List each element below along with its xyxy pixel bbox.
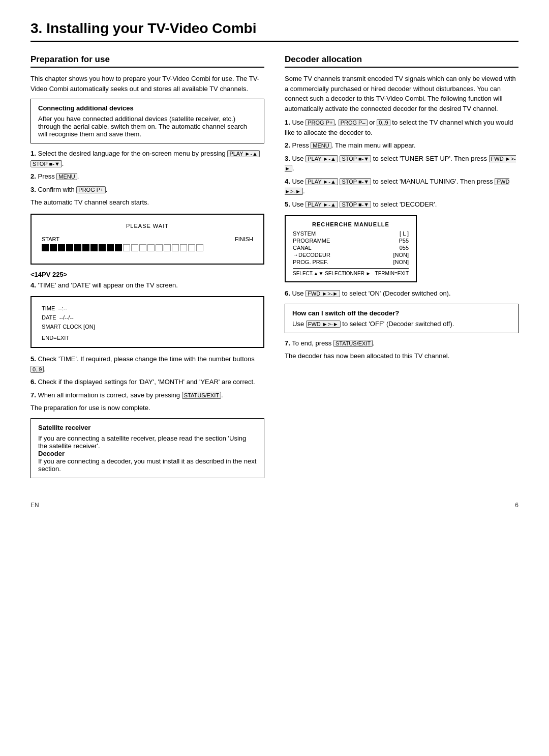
stop-key-r5: STOP ■-▼ — [340, 201, 371, 208]
bar-block-7 — [90, 244, 98, 251]
decoder-screen-title: RECHERCHE MANUELLE — [293, 221, 409, 227]
final-text: The decoder has now been allocated to th… — [285, 351, 518, 361]
step-5: 5. Check 'TIME'. If required, please cha… — [30, 354, 264, 374]
right-step-3: 3. Use PLAY ►-▲ STOP ■-▼ to select 'TUNE… — [285, 154, 518, 173]
screen-row-canal: CANAL 055 — [293, 245, 409, 251]
step-4-text: 'TIME' and 'DATE' will appear on the TV … — [38, 281, 177, 289]
num-key-09-r: 0..9 — [377, 119, 390, 126]
right-section-title: Decoder allocation — [285, 54, 518, 68]
decodeur-value: [NON] — [393, 252, 409, 258]
satellite-box-text: If you are connecting a satellite receiv… — [38, 434, 246, 450]
date-label: DATE — [42, 314, 56, 321]
step-7-text: When all information is correct, save by… — [38, 391, 223, 399]
right-intro: Some TV channels transmit encoded TV sig… — [285, 74, 518, 113]
decoder-label: Decoder — [38, 450, 65, 457]
right-step-1-text: Use PROG P+, PROG P– or 0..9 to select t… — [285, 119, 513, 136]
step-5-num: 5. — [30, 355, 36, 363]
bar-block-10 — [115, 244, 122, 251]
bar-block-14 — [147, 244, 155, 251]
bar-block-8 — [99, 244, 106, 251]
connecting-box-text: After you have connected additional devi… — [38, 115, 247, 138]
time-line: TIME --:-- — [42, 305, 253, 311]
bar-block-19 — [188, 244, 195, 251]
page-title: 3. Installing your TV-Video Combi — [30, 20, 518, 42]
step-3: 3. Confirm with PROG P+. — [30, 185, 264, 195]
footer-lang: EN — [30, 502, 39, 509]
programme-label: PROGRAMME — [293, 238, 330, 244]
bar-block-9 — [107, 244, 114, 251]
screen-row-decodeur: →DECODEUR [NON] — [293, 252, 409, 258]
number-key-09: 0..9 — [30, 366, 44, 373]
bar-block-1 — [42, 244, 49, 251]
smart-clock-line: SMART CLOCK [ON] — [42, 324, 253, 330]
complete-text: The preparation for use is now complete. — [30, 403, 264, 413]
screen-footer-right: TERMIN=EXIT — [375, 271, 409, 276]
please-wait-text: PLEASE WAIT — [42, 223, 253, 229]
bar-block-13 — [139, 244, 146, 251]
how-switch-off-box: How can I switch off the decoder? Use FW… — [285, 304, 518, 333]
play-key-r3: PLAY ►-▲ — [306, 155, 338, 162]
finish-label: FINISH — [235, 236, 253, 242]
connecting-box: Connecting additional devices After you … — [30, 99, 264, 143]
right-step-7-text: To end, press STATUS/EXIT. — [292, 339, 375, 347]
screen-row-prog-pref: PROG. PREF. [NON] — [293, 259, 409, 265]
system-value: [ L ] — [400, 230, 409, 237]
step-2: 2. Press MENU. — [30, 171, 264, 182]
bar-block-12 — [131, 244, 138, 251]
bar-block-4 — [66, 244, 73, 251]
programme-value: P55 — [399, 238, 409, 244]
right-column: Decoder allocation Some TV channels tran… — [285, 54, 518, 365]
play-key-r4: PLAY ►-▲ — [306, 178, 338, 185]
bar-block-3 — [58, 244, 65, 251]
prog-pref-value: [NON] — [393, 259, 409, 265]
decoder-text: If you are connecting a decoder, you mus… — [38, 457, 256, 473]
right-step-2: 2. Press MENU. The main menu will appear… — [285, 140, 518, 151]
two-column-layout: Preparation for use This chapter shows y… — [30, 54, 518, 483]
right-step-7-num: 7. — [285, 339, 290, 347]
time-date-screen: TIME --:-- DATE --/--/-- SMART CLOCK [ON… — [30, 296, 264, 348]
screen-row-system: SYSTEM [ L ] — [293, 230, 409, 237]
connecting-box-title: Connecting additional devices — [38, 104, 257, 112]
step-3-num: 3. — [30, 186, 36, 193]
right-step-6-text: Use FWD ►>-► to select 'ON' (Decoder swi… — [292, 289, 450, 297]
right-step-6-num: 6. — [285, 289, 290, 297]
right-step-4-num: 4. — [285, 178, 290, 185]
satellite-box: Satellite receiver If you are connecting… — [30, 418, 264, 478]
system-label: SYSTEM — [293, 230, 316, 237]
step-4-num: 4. — [30, 281, 36, 289]
decodeur-label: →DECODEUR — [293, 252, 330, 258]
right-step-5-num: 5. — [285, 200, 290, 208]
play-key-r5: PLAY ►-▲ — [306, 201, 338, 208]
fwd-key-how: FWD ►>-► — [306, 321, 341, 328]
screen-footer: SELECT.▲▼ SELECTIONNER ► TERMIN=EXIT — [293, 271, 409, 276]
bar-block-20 — [196, 244, 203, 251]
bar-block-16 — [164, 244, 171, 251]
right-step-5: 5. Use PLAY ►-▲ STOP ■-▼ to select 'DECO… — [285, 199, 518, 210]
sub-14pv-heading: <14PV 225> — [30, 271, 264, 278]
prog-pref-label: PROG. PREF. — [293, 259, 328, 265]
footer: EN 6 — [30, 502, 518, 509]
right-step-3-text: Use PLAY ►-▲ STOP ■-▼ to select 'TUNER S… — [285, 155, 516, 172]
satellite-box-title: Satellite receiver — [38, 424, 257, 431]
step-6-num: 6. — [30, 378, 36, 386]
step-7-num: 7. — [30, 391, 36, 399]
right-step-3-num: 3. — [285, 155, 290, 162]
right-step-2-num: 2. — [285, 141, 290, 149]
step-2-text: Press MENU. — [38, 172, 79, 180]
step-6-text: Check if the displayed settings for 'DAY… — [38, 378, 255, 386]
stop-key-1: STOP ■-▼ — [30, 160, 62, 167]
how-switch-off-title: How can I switch off the decoder? — [292, 309, 511, 317]
screen-divider — [293, 268, 409, 269]
bar-block-15 — [156, 244, 163, 251]
fwd-key-r6: FWD ►>-► — [306, 290, 340, 297]
bar-block-17 — [172, 244, 179, 251]
menu-key-1: MENU — [56, 173, 77, 180]
canal-value: 055 — [400, 245, 409, 251]
stop-key-r4: STOP ■-▼ — [340, 178, 371, 185]
end-exit-label: END=EXIT — [42, 335, 253, 341]
play-key-1: PLAY ►-▲ — [227, 150, 260, 157]
right-step-1: 1. Use PROG P+, PROG P– or 0..9 to selec… — [285, 118, 518, 137]
step-1-num: 1. — [30, 150, 36, 157]
right-step-2-text: Press MENU. The main menu will appear. — [292, 141, 415, 149]
right-step-5-text: Use PLAY ►-▲ STOP ■-▼ to select 'DECODER… — [292, 200, 437, 208]
